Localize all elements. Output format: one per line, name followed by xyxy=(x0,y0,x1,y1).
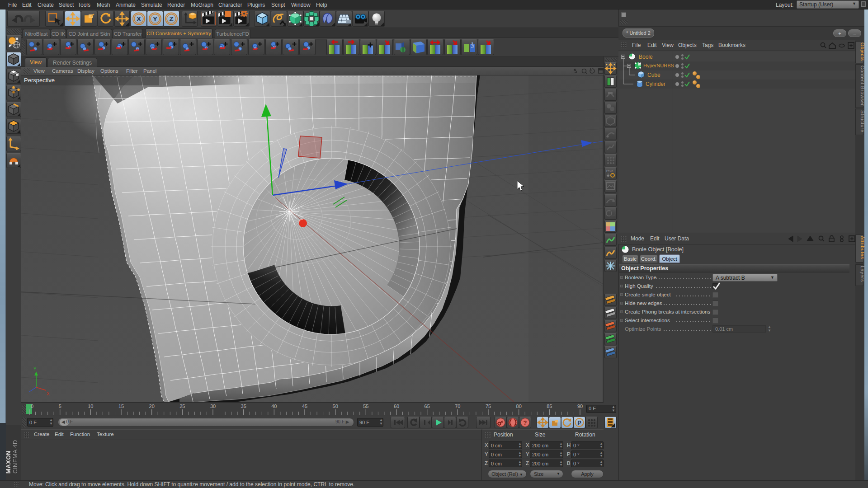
svg-text:40: 40 xyxy=(271,404,277,409)
svg-text:85: 85 xyxy=(547,404,552,409)
svg-text:0: 0 xyxy=(31,404,33,409)
svg-text:45: 45 xyxy=(302,404,307,409)
svg-text:60: 60 xyxy=(394,404,399,409)
svg-text:P: P xyxy=(577,420,581,426)
svg-text:PSR: PSR xyxy=(606,169,613,173)
svg-text:Y: Y xyxy=(153,15,157,23)
svg-text:?: ? xyxy=(524,419,527,426)
svg-text:70: 70 xyxy=(455,404,460,409)
svg-text:75: 75 xyxy=(486,404,491,409)
svg-text:X: X xyxy=(47,391,50,396)
svg-text:Z: Z xyxy=(169,15,173,23)
svg-text:20: 20 xyxy=(149,404,155,409)
svg-text:25: 25 xyxy=(179,404,185,409)
svg-text:10: 10 xyxy=(88,404,93,409)
svg-text:80: 80 xyxy=(516,404,522,409)
svg-text:55: 55 xyxy=(363,404,368,409)
svg-text:65: 65 xyxy=(425,404,430,409)
svg-text:Perspective: Perspective xyxy=(24,77,55,84)
svg-text:15: 15 xyxy=(118,404,124,409)
svg-text:30: 30 xyxy=(210,404,216,409)
svg-text:Y: Y xyxy=(33,366,37,371)
svg-text:90: 90 xyxy=(577,404,583,409)
svg-text:5: 5 xyxy=(59,404,61,409)
svg-text:X: X xyxy=(137,15,141,23)
svg-text:50: 50 xyxy=(333,404,338,409)
svg-text:35: 35 xyxy=(241,404,246,409)
